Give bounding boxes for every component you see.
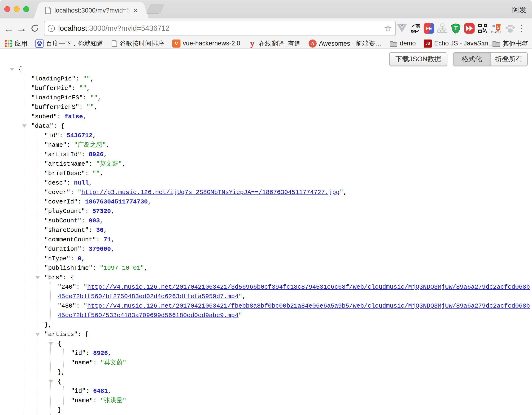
json-children-block: "240": "http://v4.music.126.net/20170421…	[50, 282, 530, 320]
vue-icon: V	[172, 39, 180, 48]
tab-close-icon[interactable]: ×	[133, 7, 138, 14]
json-number-value: 6481	[93, 387, 108, 395]
collapse-triangle-icon[interactable]	[35, 333, 40, 336]
json-colon: :	[67, 142, 74, 149]
page-info-icon[interactable]: i	[48, 25, 55, 32]
json-key: "cover"	[44, 189, 70, 196]
json-string-value: "广岛之恋"	[74, 142, 106, 149]
collapse-triangle-icon[interactable]	[35, 276, 40, 279]
page-favicon-icon	[45, 7, 51, 14]
json-comma: ,	[86, 85, 90, 92]
json-key: "playCount"	[44, 208, 85, 215]
back-button[interactable]: ←	[3, 19, 15, 38]
json-comma: ,	[104, 151, 107, 158]
json-colon: :	[59, 132, 66, 139]
json-colon: :	[77, 331, 85, 338]
view-mode-segmented-control: 格式化 折叠所有	[453, 52, 528, 66]
json-quote: "	[77, 189, 81, 196]
bookmark-star-icon[interactable]: ☆	[384, 24, 392, 33]
json-line: "bufferPic": "",	[24, 84, 530, 93]
zoom-window-button[interactable]	[23, 6, 29, 12]
json-comma: ,	[104, 227, 107, 234]
bookmark-youdao[interactable]: y 在线翻译_有道	[248, 39, 301, 48]
h5-player-icon[interactable]: 5 PLAYER	[491, 23, 502, 34]
json-string-value: "莫文蔚"	[101, 359, 126, 366]
json-key: "brs"	[44, 274, 63, 281]
json-url-link[interactable]: http://v4.music.126.net/20170421063421/f…	[58, 302, 530, 319]
apps-shortcut[interactable]: 应用	[5, 39, 28, 48]
json-key: "publishTime"	[44, 264, 93, 272]
json-colon: :	[93, 264, 100, 272]
json-line: "artistId": 8926,	[37, 150, 530, 159]
collapse-all-button[interactable]: 折叠所有	[490, 53, 527, 66]
collapse-triangle-icon[interactable]	[10, 68, 14, 71]
bookmark-vue-hackernews[interactable]: V vue-hackernews-2.0	[172, 39, 240, 48]
json-key: "bufferPic"	[31, 85, 72, 92]
vue-devtools-icon[interactable]	[397, 23, 407, 34]
shield-t-icon[interactable]: T	[451, 23, 461, 34]
reload-button[interactable]	[29, 19, 41, 38]
collapse-triangle-icon[interactable]	[22, 125, 27, 128]
json-key: "duration"	[44, 246, 81, 253]
paw-icon[interactable]	[504, 23, 515, 34]
apps-label: 应用	[15, 39, 28, 48]
other-bookmarks[interactable]: 其他书签	[492, 39, 528, 48]
json-key: "bufferPicFS"	[31, 104, 79, 111]
new-tab-button[interactable]	[146, 4, 165, 14]
close-window-button[interactable]	[4, 6, 10, 12]
json-key: "shareCount"	[44, 227, 89, 234]
json-comma: ,	[111, 246, 115, 253]
json-comma: ,	[144, 264, 148, 272]
chrome-menu-icon[interactable]	[518, 23, 525, 34]
json-key: "data"	[31, 123, 53, 130]
reload-icon	[30, 24, 39, 33]
fast-forward-icon[interactable]	[464, 23, 475, 34]
json-line: "loadingPic": "",	[24, 74, 530, 84]
json-colon: :	[81, 217, 89, 224]
json-comma: ,	[148, 198, 152, 205]
collapse-triangle-icon[interactable]	[48, 342, 53, 346]
minimize-window-button[interactable]	[14, 6, 20, 12]
window-controls	[4, 6, 29, 12]
translate-en-icon[interactable]: en 英	[410, 23, 421, 34]
json-url-link[interactable]: http://p3.music.126.net/ijUq7s_2S8GMbTNs…	[81, 189, 340, 196]
download-json-button[interactable]: 下载JSON数据	[389, 52, 447, 66]
fe-extension-icon[interactable]: FE	[424, 23, 434, 34]
bookmark-folder-demo[interactable]: demo	[390, 40, 416, 47]
json-url-link[interactable]: http://v4.music.126.net/20170421063421/3…	[58, 283, 530, 300]
json-string-value: ""	[86, 104, 94, 111]
json-colon: :	[81, 151, 89, 158]
bookmark-baidu[interactable]: 百度一下，你就知道	[36, 39, 103, 48]
json-colon: :	[79, 104, 86, 111]
json-key: "240"	[58, 283, 76, 290]
sitemap-icon[interactable]	[437, 23, 447, 34]
format-button[interactable]: 格式化	[454, 53, 490, 66]
json-line: {	[51, 377, 530, 386]
json-colon: :	[76, 302, 84, 309]
url-bar[interactable]: i localhost:3000/mv?mvid=5436712 ☆	[44, 21, 396, 36]
apps-grid-icon	[5, 40, 12, 47]
collapse-triangle-icon[interactable]	[48, 380, 53, 383]
profile-name[interactable]: 阿发	[512, 5, 526, 15]
json-string-value: ""	[83, 75, 90, 82]
bookmarks-overflow-chevron[interactable]: »	[482, 39, 486, 48]
bookmark-google-sorted[interactable]: 谷歌按时间排序	[111, 39, 164, 48]
json-quote: "	[84, 302, 87, 309]
json-colon: :	[89, 160, 96, 167]
forward-button[interactable]: →	[16, 19, 28, 38]
json-colon: :	[86, 387, 93, 395]
bookmark-awesomes[interactable]: A Awesomes - 前端资…	[309, 39, 381, 48]
svg-text:PLAYER: PLAYER	[491, 31, 502, 34]
qr-code-icon[interactable]	[478, 23, 488, 34]
extensions-row: en 英 FE T	[397, 19, 525, 38]
json-comma: ,	[242, 293, 246, 300]
json-colon: :	[67, 179, 74, 186]
browser-tab[interactable]: localhost:3000/mv?mvid=543 ×	[41, 2, 142, 19]
json-key: "name"	[71, 359, 93, 366]
svg-text:en: en	[411, 29, 416, 34]
json-line: "data": {	[24, 121, 530, 131]
json-colon: :	[77, 198, 85, 205]
json-line: "artistName": "莫文蔚",	[37, 159, 530, 169]
json-bracket: [	[85, 331, 89, 338]
json-comma: ,	[89, 179, 93, 186]
